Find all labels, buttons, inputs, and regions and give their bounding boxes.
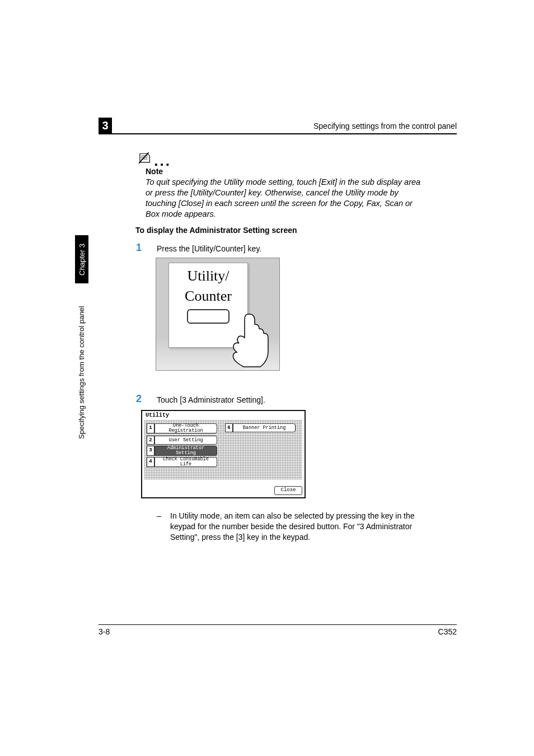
model-code: C352 — [438, 627, 457, 636]
physical-key-icon — [187, 309, 229, 324]
step2-note: – In Utility mode, an item can also be s… — [157, 511, 425, 543]
screen-title: Utility — [146, 412, 169, 418]
menu-number-4: 4 — [147, 457, 154, 467]
step-text-1: Press the [Utility/Counter] key. — [157, 244, 261, 253]
menu-number-3: 3 — [147, 446, 154, 456]
menu-number-6: 6 — [225, 423, 233, 432]
step-number-2: 2 — [136, 393, 142, 405]
menu-number-2: 2 — [147, 436, 154, 445]
menu-button-banner-printing[interactable]: Banner Printing — [233, 423, 296, 432]
menu-button-one-touch[interactable]: One-Touch Registration — [154, 423, 217, 433]
menu-button-check-consumable[interactable]: Check Consumable Life — [154, 457, 217, 467]
key-label-line1: Utility/ — [169, 269, 247, 283]
section-subheading: To display the Administrator Setting scr… — [135, 226, 297, 235]
note-icon: ... — [138, 151, 171, 165]
menu-button-administrator-setting[interactable]: Administrator Setting — [154, 446, 217, 456]
footer-rule — [99, 624, 457, 625]
key-label-line2: Counter — [169, 289, 247, 304]
chapter-number-badge: 3 — [99, 118, 112, 133]
side-section-label: Specifying settings from the control pan… — [77, 291, 86, 454]
pointing-hand-icon — [227, 313, 271, 369]
running-head: Specifying settings from the control pan… — [313, 122, 457, 130]
figure-utility-screen: Utility 1 One-Touch Registration 2 User … — [141, 410, 306, 498]
side-chapter-tab: Chapter 3 — [75, 235, 88, 283]
step-number-1: 1 — [136, 242, 142, 254]
menu-button-user-setting[interactable]: User Setting — [154, 436, 217, 445]
figure-utility-key: Utility/ Counter — [156, 258, 280, 371]
menu-number-1: 1 — [147, 423, 154, 433]
close-button[interactable]: Close — [274, 486, 302, 495]
page-number: 3-8 — [99, 627, 110, 636]
note-body: To quit specifying the Utility mode sett… — [146, 177, 425, 220]
step2-note-text: In Utility mode, an item can also be sel… — [170, 511, 425, 543]
header-rule — [99, 133, 457, 134]
step-text-2: Touch [3 Administrator Setting]. — [157, 395, 265, 404]
note-heading: Note — [146, 167, 163, 176]
